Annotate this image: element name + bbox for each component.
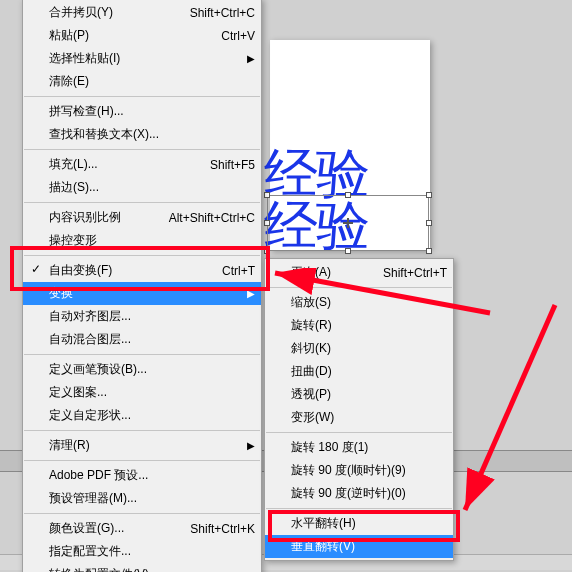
annotation-arrow-2 — [455, 300, 572, 520]
menu-label: 转换为配置文件(V)... — [49, 566, 159, 572]
chevron-right-icon: ▶ — [243, 53, 255, 64]
svg-line-1 — [465, 305, 555, 510]
menu-separator — [24, 430, 260, 431]
menu-fill[interactable]: 填充(L)... Shift+F5 — [23, 153, 261, 176]
menu-label: 定义图案... — [49, 384, 107, 401]
menu-label: 内容识别比例 — [49, 209, 121, 226]
menu-separator — [24, 149, 260, 150]
menu-content-aware-scale[interactable]: 内容识别比例 Alt+Shift+Ctrl+C — [23, 206, 261, 229]
canvas-text-2: 经验 — [264, 190, 368, 263]
menu-paste[interactable]: 粘贴(P) Ctrl+V — [23, 24, 261, 47]
annotation-box-2 — [268, 510, 460, 542]
menu-label: 缩放(S) — [291, 294, 331, 311]
submenu-scale[interactable]: 缩放(S) — [265, 291, 453, 314]
menu-label: 自动对齐图层... — [49, 308, 131, 325]
menu-separator — [24, 460, 260, 461]
menu-label: 旋转 90 度(逆时针)(0) — [291, 485, 406, 502]
menu-separator — [24, 513, 260, 514]
menu-label: 再次(A) — [291, 264, 331, 281]
menu-spellcheck[interactable]: 拼写检查(H)... — [23, 100, 261, 123]
menu-adobe-pdf-presets[interactable]: Adobe PDF 预设... — [23, 464, 261, 487]
submenu-perspective[interactable]: 透视(P) — [265, 383, 453, 406]
menu-label: 合并拷贝(Y) — [49, 4, 113, 21]
menu-label: 斜切(K) — [291, 340, 331, 357]
menu-separator — [24, 96, 260, 97]
menu-separator — [266, 508, 452, 509]
menu-copy-merge[interactable]: 合并拷贝(Y) Shift+Ctrl+C — [23, 1, 261, 24]
menu-separator — [24, 354, 260, 355]
document-canvas[interactable]: 经验 经验 — [270, 40, 430, 250]
menu-separator — [24, 202, 260, 203]
menu-label: 指定配置文件... — [49, 543, 131, 560]
menu-assign-profile[interactable]: 指定配置文件... — [23, 540, 261, 563]
menu-shortcut: Shift+Ctrl+K — [190, 522, 255, 536]
menu-label: 旋转 180 度(1) — [291, 439, 368, 456]
annotation-box-1 — [10, 246, 270, 291]
menu-shortcut: Shift+Ctrl+C — [190, 6, 255, 20]
menu-shortcut: Shift+Ctrl+T — [383, 266, 447, 280]
submenu-again[interactable]: 再次(A) Shift+Ctrl+T — [265, 261, 453, 284]
submenu-warp[interactable]: 变形(W) — [265, 406, 453, 429]
menu-label: 定义画笔预设(B)... — [49, 361, 147, 378]
menu-color-settings[interactable]: 颜色设置(G)... Shift+Ctrl+K — [23, 517, 261, 540]
menu-label: 选择性粘贴(I) — [49, 50, 120, 67]
menu-label: 清除(E) — [49, 73, 89, 90]
menu-label: 填充(L)... — [49, 156, 98, 173]
menu-separator — [266, 432, 452, 433]
menu-define-brush[interactable]: 定义画笔预设(B)... — [23, 358, 261, 381]
submenu-distort[interactable]: 扭曲(D) — [265, 360, 453, 383]
submenu-rotate-90-ccw[interactable]: 旋转 90 度(逆时针)(0) — [265, 482, 453, 505]
menu-label: 粘贴(P) — [49, 27, 89, 44]
menu-preset-manager[interactable]: 预设管理器(M)... — [23, 487, 261, 510]
menu-purge[interactable]: 清理(R) ▶ — [23, 434, 261, 457]
menu-shortcut: Shift+F5 — [210, 158, 255, 172]
menu-label: 清理(R) — [49, 437, 90, 454]
submenu-rotate-90-cw[interactable]: 旋转 90 度(顺时针)(9) — [265, 459, 453, 482]
menu-clear[interactable]: 清除(E) — [23, 70, 261, 93]
menu-label: 查找和替换文本(X)... — [49, 126, 159, 143]
menu-shortcut: Ctrl+V — [221, 29, 255, 43]
menu-convert-profile[interactable]: 转换为配置文件(V)... — [23, 563, 261, 572]
menu-label: 旋转(R) — [291, 317, 332, 334]
menu-auto-blend[interactable]: 自动混合图层... — [23, 328, 261, 351]
submenu-skew[interactable]: 斜切(K) — [265, 337, 453, 360]
menu-define-shape[interactable]: 定义自定形状... — [23, 404, 261, 427]
menu-shortcut: Alt+Shift+Ctrl+C — [169, 211, 255, 225]
menu-label: 颜色设置(G)... — [49, 520, 124, 537]
menu-label: Adobe PDF 预设... — [49, 467, 148, 484]
menu-paste-special[interactable]: 选择性粘贴(I) ▶ — [23, 47, 261, 70]
submenu-rotate-180[interactable]: 旋转 180 度(1) — [265, 436, 453, 459]
chevron-right-icon: ▶ — [243, 440, 255, 451]
menu-stroke[interactable]: 描边(S)... — [23, 176, 261, 199]
submenu-rotate[interactable]: 旋转(R) — [265, 314, 453, 337]
menu-label: 定义自定形状... — [49, 407, 131, 424]
menu-find-replace[interactable]: 查找和替换文本(X)... — [23, 123, 261, 146]
menu-separator — [266, 287, 452, 288]
menu-label: 自动混合图层... — [49, 331, 131, 348]
menu-label: 变形(W) — [291, 409, 334, 426]
menu-label: 预设管理器(M)... — [49, 490, 137, 507]
menu-label: 扭曲(D) — [291, 363, 332, 380]
menu-auto-align[interactable]: 自动对齐图层... — [23, 305, 261, 328]
menu-label: 拼写检查(H)... — [49, 103, 124, 120]
menu-define-pattern[interactable]: 定义图案... — [23, 381, 261, 404]
menu-label: 透视(P) — [291, 386, 331, 403]
menu-label: 旋转 90 度(顺时针)(9) — [291, 462, 406, 479]
menu-label: 描边(S)... — [49, 179, 99, 196]
